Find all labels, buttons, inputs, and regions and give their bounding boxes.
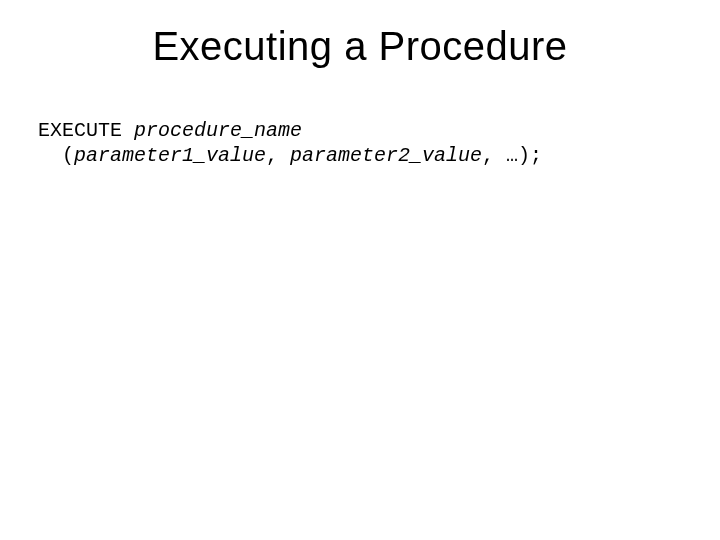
param2: parameter2_value — [290, 144, 482, 167]
code-block: EXECUTE procedure_name (parameter1_value… — [38, 118, 542, 168]
code-tail: , …); — [482, 144, 542, 167]
param1: parameter1_value — [74, 144, 266, 167]
code-sep1: , — [266, 144, 290, 167]
keyword-execute: EXECUTE — [38, 119, 134, 142]
code-indent: ( — [38, 144, 74, 167]
procedure-name: procedure_name — [134, 119, 302, 142]
slide-title: Executing a Procedure — [0, 24, 720, 69]
slide: Executing a Procedure EXECUTE procedure_… — [0, 0, 720, 540]
